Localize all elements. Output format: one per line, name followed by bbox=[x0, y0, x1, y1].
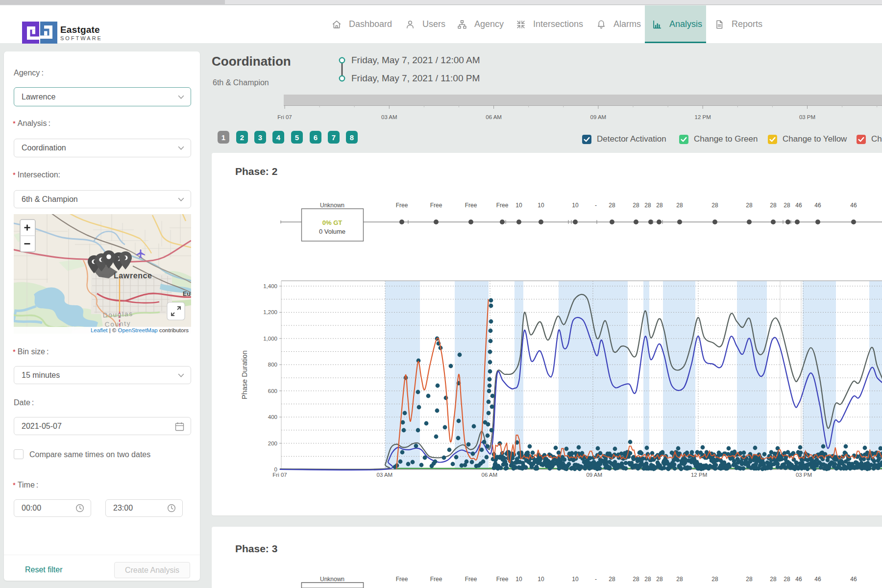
svg-text:03 AM: 03 AM bbox=[381, 114, 397, 120]
svg-text:Euc: Euc bbox=[183, 291, 191, 297]
svg-text:Lawrence: Lawrence bbox=[114, 271, 152, 280]
svg-text:Fri 07: Fri 07 bbox=[277, 114, 292, 120]
svg-text:03 PM: 03 PM bbox=[799, 114, 815, 120]
svg-text:Leaflet | © OpenStreetMap cont: Leaflet | © OpenStreetMap contributors bbox=[91, 327, 189, 333]
svg-text:09 AM: 09 AM bbox=[590, 114, 607, 120]
svg-text:12 PM: 12 PM bbox=[695, 114, 711, 120]
svg-text:06 AM: 06 AM bbox=[486, 114, 502, 120]
